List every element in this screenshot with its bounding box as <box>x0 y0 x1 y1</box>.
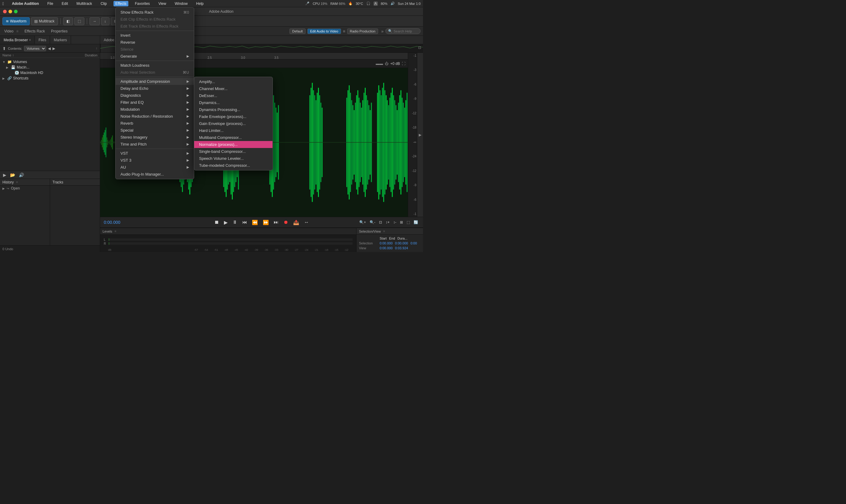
expand-icon[interactable]: ⛶ <box>402 61 405 66</box>
diagnostics-item[interactable]: Diagnostics ▶ <box>116 92 194 99</box>
loop-button[interactable]: 📤 <box>292 219 300 226</box>
media-browser-menu-icon[interactable]: ≡ <box>29 38 31 41</box>
show-effects-rack-item[interactable]: Show Effects Rack ⌘0 <box>116 9 194 16</box>
search-help-input[interactable] <box>393 30 418 33</box>
play-button-transport[interactable]: ▶ <box>223 219 229 226</box>
zoom-full[interactable]: ⊡ <box>378 219 383 225</box>
power-icon[interactable]: ⏻ <box>385 61 388 66</box>
workspace-more-icon[interactable]: » <box>381 29 384 34</box>
menu-multitrack[interactable]: Multitrack <box>75 1 94 6</box>
workspace-settings-icon[interactable]: ≡ <box>343 29 345 34</box>
zoom-selection[interactable]: ⬚ <box>405 219 411 225</box>
workspace-radio[interactable]: Radio Production <box>347 29 378 34</box>
single-band-compressor-item[interactable]: Single-band Compressor... <box>194 148 272 155</box>
zoom-out-time[interactable]: 🔍- <box>368 219 376 225</box>
play-button[interactable]: ▶ <box>2 172 7 178</box>
multitrack-tab[interactable]: ▤ Multitrack <box>31 17 58 25</box>
list-item[interactable]: ▶ 🔗 Shortcuts <box>0 75 100 81</box>
volume-button[interactable]: 🔊 <box>18 172 24 178</box>
waveform-tab[interactable]: ≋ Waveform <box>2 17 30 25</box>
menu-window[interactable]: Window <box>173 1 190 6</box>
tube-modeled-compressor-item[interactable]: Tube-modeled Compressor... <box>194 162 272 169</box>
speech-volume-leveler-item[interactable]: Speech Volume Leveler... <box>194 155 272 162</box>
nav-fwd-icon[interactable]: ▶ <box>53 47 55 51</box>
menu-clip[interactable]: Clip <box>99 1 109 6</box>
tool-btn-3[interactable]: → <box>89 17 100 25</box>
invert-item[interactable]: Invert <box>116 32 194 39</box>
upload-icon[interactable]: ⬆ <box>2 46 6 51</box>
amplify-item[interactable]: Amplify... <box>194 78 272 85</box>
record-button[interactable]: ⏺ <box>282 219 289 226</box>
tab-media-browser[interactable]: Media Browser ≡ <box>0 36 35 44</box>
au-item[interactable]: AU ▶ <box>116 164 194 171</box>
list-item[interactable]: ▶ 💾 Macin... <box>0 65 100 70</box>
tool-btn-4[interactable]: ↓ <box>101 17 109 25</box>
normalize-item[interactable]: Normalize (process)... <box>194 141 272 148</box>
multiband-compressor-item[interactable]: Multiband Compressor... <box>194 134 272 141</box>
dynamics-item[interactable]: Dynamics... <box>194 99 272 106</box>
reverb-item[interactable]: Reverb ▶ <box>116 120 194 127</box>
app-name[interactable]: Adobe Audition <box>10 1 41 6</box>
menu-edit[interactable]: Edit <box>60 1 70 6</box>
noise-reduction-item[interactable]: Noise Reduction / Restoration ▶ <box>116 113 194 120</box>
delay-echo-item[interactable]: Delay and Echo ▶ <box>116 85 194 92</box>
apple-menu[interactable]:  <box>2 1 4 6</box>
vst-item[interactable]: VST ▶ <box>116 150 194 157</box>
reverse-item[interactable]: Reverse <box>116 39 194 46</box>
dynamics-processing-item[interactable]: Dynamics Processing... <box>194 106 272 113</box>
list-item[interactable]: ▼ 📁 Volumes <box>0 59 100 65</box>
tool-btn-1[interactable]: ◧ <box>63 17 73 25</box>
rewind-to-start[interactable]: ⏮ <box>241 219 248 226</box>
generate-item[interactable]: Generate ▶ <box>116 53 194 60</box>
close-button[interactable] <box>3 10 7 13</box>
amplitude-compression-item[interactable]: Amplitude and Compression ▶ Amplify... C… <box>116 78 194 85</box>
menu-favorites[interactable]: Favorites <box>133 1 152 6</box>
sel-menu-icon[interactable]: ≡ <box>383 230 385 233</box>
menu-file[interactable]: File <box>46 1 55 6</box>
special-item[interactable]: Special ▶ <box>116 127 194 134</box>
list-item[interactable]: 💽 Macintosh HD <box>0 70 100 75</box>
fit-to-window-icon[interactable]: ⊡ <box>418 46 421 50</box>
match-loudness-item[interactable]: Match Loudness <box>116 62 194 69</box>
stop-button[interactable]: ⏹ <box>213 219 220 226</box>
menu-view[interactable]: View <box>157 1 168 6</box>
fast-forward-button[interactable]: ⏩ <box>262 219 270 226</box>
modulation-item[interactable]: Modulation ▶ <box>116 106 194 113</box>
zoom-out-amp[interactable]: ↕- <box>392 219 398 225</box>
fast-forward-to-end[interactable]: ⏭ <box>272 219 280 226</box>
tab-files[interactable]: Files <box>35 36 50 44</box>
deesser-item[interactable]: DeEsser... <box>194 92 272 99</box>
fade-envelope-item[interactable]: Fade Envelope (process)... <box>194 113 272 120</box>
zoom-in-time[interactable]: 🔍+ <box>358 219 367 225</box>
menu-help[interactable]: Help <box>194 1 206 6</box>
fullscreen-button[interactable] <box>14 10 18 13</box>
levels-menu-icon[interactable]: ≡ <box>115 230 117 233</box>
browser-refresh-icon[interactable]: ↑ <box>95 47 98 51</box>
pause-button[interactable]: ⏸ <box>231 219 239 226</box>
tool-btn-2[interactable]: ⬚ <box>74 17 84 25</box>
list-item[interactable]: ▶ ↪ Open <box>0 185 50 191</box>
nav-back-icon[interactable]: ◀ <box>48 47 51 51</box>
open-file-button[interactable]: 📂 <box>10 172 16 178</box>
audio-plugin-manager-item[interactable]: Audio Plug-In Manager... <box>116 171 194 178</box>
scroll-right-btn[interactable]: ▶ <box>417 53 423 217</box>
menu-effects[interactable]: Effects <box>113 1 128 6</box>
channel-mixer-item[interactable]: Channel Mixer... <box>194 85 272 92</box>
zoom-in-amp[interactable]: ↕+ <box>385 219 391 225</box>
rewind-button[interactable]: ⏪ <box>251 219 259 226</box>
workspace-edit-audio[interactable]: Edit Audio to Video <box>307 29 341 34</box>
loop-icon[interactable]: 🔄 <box>412 219 419 225</box>
zoom-full-amp[interactable]: ⊞ <box>399 219 404 225</box>
stereo-imagery-item[interactable]: Stereo Imagery ▶ <box>116 134 194 141</box>
volumes-select[interactable]: Volumes <box>24 46 46 51</box>
workspace-default[interactable]: Default <box>289 29 305 34</box>
vst3-item[interactable]: VST 3 ▶ <box>116 157 194 164</box>
gain-envelope-item[interactable]: Gain Envelope (process)... <box>194 120 272 127</box>
filter-eq-item[interactable]: Filter and EQ ▶ <box>116 99 194 106</box>
tab-markers[interactable]: Markers <box>50 36 71 44</box>
history-menu-icon[interactable]: ≡ <box>16 180 18 184</box>
hard-limiter-item[interactable]: Hard Limiter... <box>194 127 272 134</box>
time-pitch-item[interactable]: Time and Pitch ▶ <box>116 141 194 148</box>
punch-button[interactable]: ↔ <box>303 219 310 226</box>
minimize-button[interactable] <box>8 10 12 13</box>
